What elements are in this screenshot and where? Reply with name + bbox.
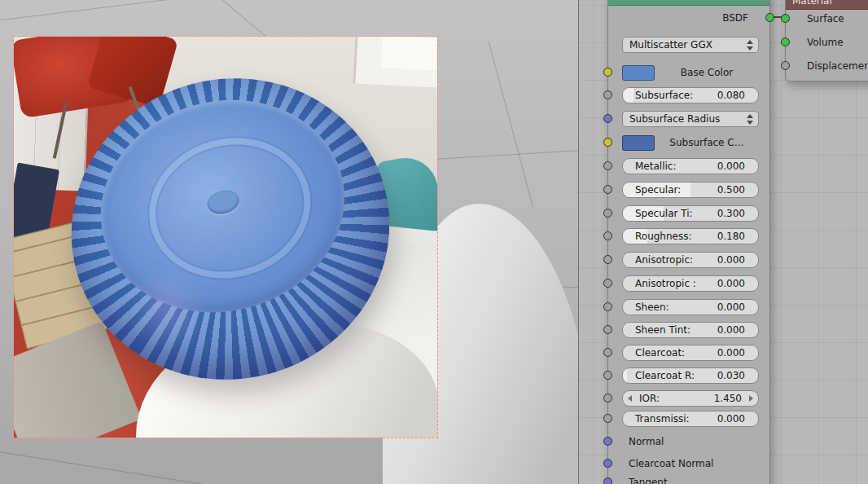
slider-clearcoat-r[interactable]: Clearcoat R:0.030 — [622, 367, 759, 384]
photo-whiteboard-panel — [381, 37, 437, 71]
socket-roughness[interactable] — [603, 231, 612, 240]
row-roughness: Roughness:0.180 — [622, 228, 759, 244]
socket-subsurface[interactable] — [603, 90, 612, 99]
slider-label-roughness: Roughness: — [623, 231, 717, 242]
reference-image[interactable] — [14, 37, 437, 438]
slider-value-metallic: 0.000 — [717, 161, 758, 172]
row-surface: Surface — [786, 11, 868, 27]
socket-subsurface-c[interactable] — [603, 138, 612, 147]
color-swatch-base-color[interactable] — [622, 65, 655, 81]
row-clearcoat-normal: Clearcoat Normal — [622, 455, 759, 472]
blender-window: BSDFMultiscatter GGXBase ColorSubsurface… — [0, 0, 868, 484]
number-ior[interactable]: IOR:1.450 — [622, 390, 759, 407]
dropdown-subsurface-radius[interactable]: Subsurface Radius — [622, 111, 759, 127]
slider-transmissi[interactable]: Transmissi:0.000 — [622, 411, 759, 427]
slider-label-transmissi: Transmissi: — [623, 413, 717, 425]
slider-label-clearcoat: Clearcoat: — [623, 347, 717, 359]
output-input-label-surface: Surface — [786, 13, 844, 24]
slider-metallic[interactable]: Metallic:0.000 — [622, 158, 759, 174]
dropdown-multiscatter-ggx[interactable]: Multiscatter GGX — [622, 37, 759, 53]
dropdown-label-subsurface-radius: Subsurface Radius — [623, 113, 747, 125]
slider-label-clearcoat-r: Clearcoat R: — [623, 370, 717, 381]
socket-anisotropic[interactable] — [603, 279, 612, 288]
row-normal: Normal — [622, 433, 759, 450]
row-transmissi: Transmissi:0.000 — [622, 411, 759, 427]
3d-viewport[interactable] — [0, 0, 578, 484]
principled-bsdf-node[interactable]: BSDFMultiscatter GGXBase ColorSubsurface… — [607, 0, 770, 484]
slider-label-anisotropic: Anisotropic: — [623, 254, 717, 266]
socket-transmissi[interactable] — [603, 414, 612, 423]
socket-specular[interactable] — [603, 185, 612, 194]
slider-anisotropic[interactable]: Anisotropic :0.000 — [622, 275, 759, 292]
socket-sheen-tint[interactable] — [603, 325, 612, 334]
grid-line — [0, 447, 208, 484]
socket-metallic[interactable] — [603, 161, 612, 170]
slider-label-specular: Specular: — [623, 184, 717, 196]
socket-clearcoat-r[interactable] — [603, 371, 612, 380]
material-output-node[interactable]: Material SurfaceVolumeDisplacement — [785, 0, 868, 81]
slider-label-specular-ti: Specular Ti: — [623, 208, 717, 219]
row-metallic: Metallic:0.000 — [622, 158, 759, 174]
row-subsurface-c: Subsurface C… — [622, 134, 759, 151]
socket-volume[interactable] — [781, 37, 790, 46]
slider-specular-ti[interactable]: Specular Ti:0.300 — [622, 205, 759, 222]
row-specular-ti: Specular Ti:0.300 — [622, 205, 759, 222]
slider-value-subsurface: 0.080 — [717, 90, 758, 101]
slider-roughness[interactable]: Roughness:0.180 — [622, 228, 759, 244]
input-label-tangent: Tangent — [622, 477, 668, 484]
socket-clearcoat[interactable] — [603, 348, 612, 357]
number-value-ior: 1.450 — [714, 393, 758, 404]
color-swatch-subsurface-c[interactable] — [622, 135, 655, 151]
grid-line — [489, 41, 533, 206]
slider-value-roughness: 0.180 — [717, 231, 758, 242]
row-sheen-tint: Sheen Tint:0.000 — [622, 322, 759, 338]
socket-clearcoat-normal[interactable] — [603, 459, 612, 468]
socket-normal[interactable] — [603, 437, 612, 446]
slider-value-clearcoat-r: 0.030 — [717, 370, 758, 381]
socket-base-color[interactable] — [603, 68, 612, 77]
color-label-subsurface-c: Subsurface C… — [655, 137, 759, 148]
dropdown-label-multiscatter-ggx: Multiscatter GGX — [623, 39, 747, 51]
input-label-clearcoat-normal: Clearcoat Normal — [622, 458, 713, 469]
color-label-base-color: Base Color — [655, 67, 759, 78]
row-anisotropic: Anisotropic:0.000 — [622, 252, 759, 268]
row-sheen: Sheen:0.000 — [622, 299, 759, 315]
socket-displacement[interactable] — [781, 61, 790, 70]
grid-line — [0, 0, 251, 24]
slider-specular[interactable]: Specular:0.500 — [622, 182, 759, 198]
row-subsurface-radius: Subsurface Radius — [622, 111, 759, 127]
slider-sheen-tint[interactable]: Sheen Tint:0.000 — [622, 322, 759, 338]
dropdown-arrows-icon — [747, 114, 754, 125]
output-input-label-displacement: Displacement — [786, 60, 868, 72]
row-base-color: Base Color — [622, 64, 759, 81]
row-anisotropic: Anisotropic :0.000 — [622, 275, 759, 292]
slider-anisotropic[interactable]: Anisotropic:0.000 — [622, 252, 759, 268]
slider-value-sheen: 0.000 — [717, 301, 758, 313]
slider-value-specular: 0.500 — [717, 184, 758, 196]
socket-anisotropic[interactable] — [603, 255, 612, 264]
bsdf-output-label: BSDF — [622, 12, 759, 24]
row-specular: Specular:0.500 — [622, 182, 759, 198]
slider-label-anisotropic: Anisotropic : — [623, 278, 717, 289]
row-multiscatter-ggx: Multiscatter GGX — [622, 37, 759, 53]
socket-subsurface-radius[interactable] — [603, 114, 612, 123]
socket-specular-ti[interactable] — [603, 209, 612, 218]
socket-tangent[interactable] — [603, 477, 612, 484]
slider-sheen[interactable]: Sheen:0.000 — [622, 299, 759, 315]
slider-label-sheen-tint: Sheen Tint: — [623, 324, 717, 336]
dropdown-arrows-icon — [747, 40, 754, 51]
socket-ior[interactable] — [603, 394, 612, 403]
row-ior: IOR:1.450 — [622, 390, 759, 407]
row-subsurface: Subsurface:0.080 — [622, 87, 759, 103]
socket-surface[interactable] — [781, 14, 790, 23]
shader-node-editor[interactable]: BSDFMultiscatter GGXBase ColorSubsurface… — [578, 0, 868, 484]
socket-bsdf-output[interactable] — [765, 13, 774, 22]
socket-sheen[interactable] — [603, 302, 612, 311]
output-input-label-volume: Volume — [786, 37, 844, 48]
slider-value-anisotropic: 0.000 — [717, 254, 758, 266]
slider-clearcoat[interactable]: Clearcoat:0.000 — [622, 345, 759, 361]
row-bsdf: BSDF — [622, 10, 759, 26]
row-tangent: Tangent — [622, 474, 759, 484]
slider-subsurface[interactable]: Subsurface:0.080 — [622, 87, 759, 103]
row-clearcoat: Clearcoat:0.000 — [622, 345, 759, 361]
